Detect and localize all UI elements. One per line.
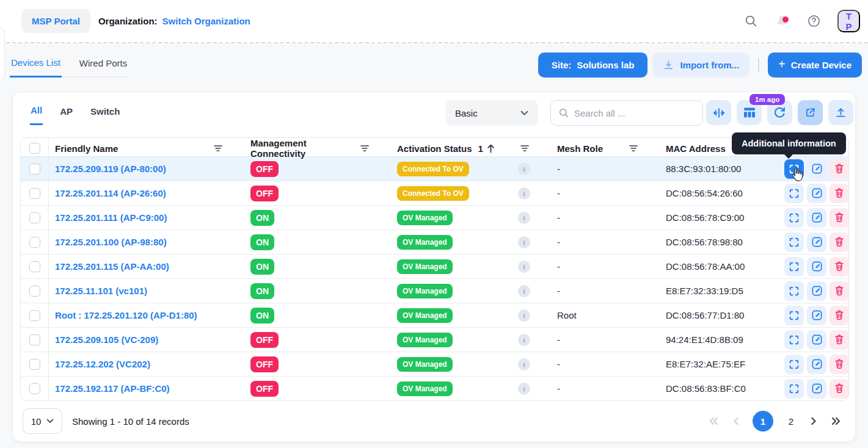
device-name-link[interactable]: 172.25.11.101 (vc101) [55, 286, 147, 296]
row-checkbox[interactable] [29, 334, 40, 345]
edit-device-button[interactable] [807, 208, 826, 228]
search-icon[interactable] [744, 14, 758, 28]
create-device-button[interactable]: + Create Device [768, 52, 862, 78]
site-button[interactable]: Site: Solutions lab [538, 52, 648, 78]
delete-device-button[interactable] [830, 208, 849, 228]
view-mode-select[interactable]: Basic [445, 100, 538, 126]
device-name-link[interactable]: 172.25.209.119 (AP-80:00) [55, 164, 166, 174]
filter-icon[interactable] [360, 145, 369, 152]
row-checkbox[interactable] [29, 188, 40, 199]
msp-portal-button[interactable]: MSP Portal [21, 9, 90, 33]
delete-device-button[interactable] [830, 281, 849, 301]
row-checkbox[interactable] [29, 286, 40, 297]
device-name-link[interactable]: Root : 172.25.201.120 (AP-D1:80) [55, 310, 197, 320]
device-name-link[interactable]: 172.25.201.100 (AP-98:80) [55, 237, 167, 247]
edit-device-button[interactable] [807, 306, 826, 325]
device-name-link[interactable]: 172.25.201.111 (AP-C9:00) [55, 212, 167, 223]
table-row: 172.25.201.100 (AP-98:80) ON OV Managed … [21, 230, 848, 255]
info-icon[interactable]: i [518, 358, 530, 370]
page-number-2[interactable]: 2 [785, 416, 797, 427]
edit-device-button[interactable] [807, 159, 826, 179]
tab-ap[interactable]: AP [59, 105, 73, 125]
delete-device-button[interactable] [830, 330, 849, 350]
search-field [550, 100, 703, 126]
info-icon[interactable]: i [518, 334, 530, 346]
tab-wired-ports[interactable]: Wired Ports [78, 57, 128, 76]
row-checkbox[interactable] [29, 237, 40, 248]
table-row: 172.25.201.111 (AP-C9:00) ON OV Managed … [21, 206, 848, 230]
additional-information-button[interactable] [784, 257, 804, 276]
info-icon[interactable]: i [518, 383, 530, 395]
sub-header: Devices List Wired Ports Site: Solutions… [0, 43, 868, 86]
delete-device-button[interactable] [830, 355, 849, 374]
edit-device-button[interactable] [807, 233, 826, 252]
filter-icon[interactable] [520, 145, 529, 152]
additional-information-button[interactable] [784, 208, 804, 228]
edit-device-button[interactable] [807, 184, 826, 203]
additional-information-button[interactable] [784, 233, 804, 252]
additional-information-button[interactable] [784, 306, 804, 325]
previous-page-button[interactable] [732, 416, 740, 426]
row-checkbox[interactable] [29, 310, 40, 321]
info-icon[interactable]: i [518, 236, 530, 248]
device-name-link[interactable]: 172.25.12.202 (VC202) [55, 359, 150, 369]
edit-device-button[interactable] [807, 355, 826, 374]
notification-bell-icon[interactable] [775, 13, 790, 29]
info-icon[interactable]: i [518, 163, 530, 175]
sort-asc-arrow-icon[interactable] [487, 144, 495, 153]
delete-device-button[interactable] [830, 184, 849, 203]
edit-device-button[interactable] [807, 281, 826, 301]
device-name-link[interactable]: 172.25.209.105 (VC-209) [55, 334, 158, 345]
device-name-link[interactable]: 172.25.201.114 (AP-26:60) [55, 188, 166, 198]
row-checkbox[interactable] [29, 359, 40, 370]
additional-information-button[interactable] [784, 330, 804, 350]
page-number-1[interactable]: 1 [753, 411, 773, 432]
tab-devices-list[interactable]: Devices List [10, 57, 62, 78]
plus-icon: + [778, 57, 786, 71]
info-icon[interactable]: i [518, 309, 530, 322]
search-input[interactable] [574, 108, 695, 118]
delete-device-button[interactable] [830, 159, 849, 179]
pagination: 12 [708, 411, 842, 432]
tab-switch[interactable]: Switch [90, 105, 120, 125]
additional-information-button[interactable] [784, 355, 804, 374]
select-all-checkbox[interactable] [29, 143, 40, 154]
open-in-new-icon[interactable] [798, 100, 823, 125]
device-name-link[interactable]: 172.25.192.117 (AP-BF:C0) [55, 383, 170, 394]
col-activation-status[interactable]: Activation Status [397, 143, 472, 154]
first-page-button[interactable] [708, 416, 720, 426]
user-avatar[interactable]: T P [837, 10, 860, 32]
last-page-button[interactable] [830, 416, 842, 426]
next-page-button[interactable] [810, 416, 817, 426]
delete-device-button[interactable] [830, 257, 849, 276]
info-icon[interactable]: i [518, 212, 530, 224]
row-checkbox[interactable] [29, 261, 40, 272]
edit-device-button[interactable] [807, 330, 826, 350]
filter-icon[interactable] [214, 145, 222, 152]
info-icon[interactable]: i [518, 187, 530, 200]
page-size-select[interactable]: 10 [23, 408, 62, 434]
info-icon[interactable]: i [518, 261, 530, 273]
row-checkbox[interactable] [29, 383, 40, 394]
mac-address-value: DC:08:56:54:26:60 [660, 181, 773, 205]
edit-device-button[interactable] [807, 379, 826, 399]
additional-information-button[interactable] [784, 184, 804, 203]
filter-icon[interactable] [629, 145, 638, 152]
additional-information-button[interactable] [784, 379, 804, 399]
import-from-button[interactable]: Import from... [652, 52, 749, 78]
tab-all[interactable]: All [30, 105, 43, 125]
organization-link[interactable]: Switch Organization [162, 16, 250, 26]
upload-icon[interactable] [828, 100, 853, 125]
delete-device-button[interactable] [830, 306, 849, 325]
additional-information-button[interactable] [784, 281, 804, 301]
fit-columns-icon[interactable] [706, 100, 731, 125]
device-name-link[interactable]: 172.25.201.115 (AP-AA:00) [55, 261, 169, 272]
delete-device-button[interactable] [830, 233, 849, 252]
mac-address-value: E8:E7:32:33:19:D5 [660, 279, 773, 303]
delete-device-button[interactable] [830, 379, 849, 399]
row-checkbox[interactable] [29, 164, 40, 175]
edit-device-button[interactable] [807, 257, 826, 276]
help-icon[interactable] [807, 14, 821, 28]
info-icon[interactable]: i [518, 285, 530, 297]
row-checkbox[interactable] [29, 212, 40, 223]
